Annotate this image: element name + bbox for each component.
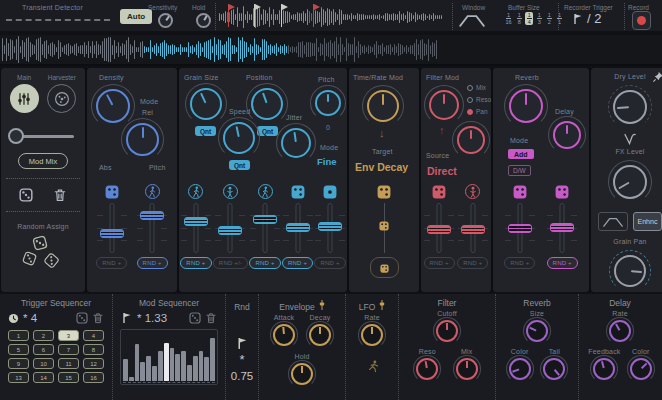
trigger-step[interactable]: 3 (58, 330, 79, 341)
mini-fader-icon[interactable] (379, 299, 385, 311)
rnd-value[interactable]: 0.75 (231, 370, 253, 382)
filter-mod-rnd-button-2[interactable]: RND + (457, 257, 488, 269)
grain-position-knob[interactable] (251, 88, 283, 120)
buffer-option[interactable]: 12 (545, 12, 553, 25)
grain-size-knob[interactable] (190, 88, 222, 120)
grain-rnd-button-5[interactable]: RND + (314, 257, 345, 269)
trigger-step[interactable]: 8 (83, 344, 104, 355)
grain-mod-slider-1[interactable] (181, 203, 211, 253)
reverb-mode-dw-button[interactable]: D/W (508, 165, 531, 176)
randomize-dice-icon[interactable] (19, 188, 33, 202)
feedback-knob[interactable] (593, 358, 615, 380)
trigger-step[interactable]: 13 (8, 372, 29, 383)
mod-mix-button[interactable]: Mod Mix (18, 153, 68, 169)
density-mode-knob[interactable] (126, 123, 159, 156)
mod-seq-bar[interactable] (164, 343, 169, 381)
reverb-delay-knob[interactable] (553, 121, 581, 149)
reverb-mod-knob[interactable] (509, 89, 543, 123)
grain-mod-slider-5[interactable] (315, 203, 345, 253)
transient-marker-flag[interactable] (228, 4, 229, 27)
reverb-rnd-button-1[interactable]: RND + (504, 257, 535, 269)
filter-mod-slider-2[interactable] (458, 203, 488, 253)
enhance-button[interactable]: Enhnc (633, 212, 662, 231)
grain-rnd-button-4[interactable]: RND + (282, 257, 313, 269)
buffer-waveform[interactable] (0, 35, 662, 66)
random-assign-dice-icon[interactable] (23, 236, 63, 270)
trigger-step[interactable]: 14 (33, 372, 54, 383)
walk-icon[interactable] (145, 184, 160, 199)
reverb-mode-add-button[interactable]: Add (508, 149, 534, 159)
mod-seq-bar[interactable] (129, 377, 134, 381)
mini-fader-icon[interactable] (319, 299, 325, 311)
reverb-rnd-button-2[interactable]: RND + (547, 257, 578, 269)
tail-knob[interactable] (543, 358, 565, 380)
mod-seq-bar[interactable] (193, 356, 198, 381)
grain-position-qnt-button[interactable]: Qnt (257, 126, 278, 136)
trigger-flag-icon[interactable] (572, 13, 584, 25)
flag-icon[interactable] (121, 312, 133, 324)
tab-main[interactable]: Main (10, 74, 39, 113)
trigger-step[interactable]: 7 (58, 344, 79, 355)
flag-icon[interactable] (236, 337, 249, 350)
dice-icon[interactable] (104, 184, 119, 199)
trigger-step[interactable]: 10 (33, 358, 54, 369)
mod-seq-bar[interactable] (158, 351, 163, 381)
filter-mod-rnd-button-1[interactable]: RND + (424, 257, 455, 269)
mod-seq-bar[interactable] (146, 356, 151, 381)
trigger-step[interactable]: 6 (33, 344, 54, 355)
record-button[interactable] (632, 11, 651, 30)
grain-rnd-button-2[interactable]: RND +/- (213, 257, 248, 269)
density-rnd-button-1[interactable]: RND + (96, 257, 127, 269)
reverb-mod-slider-2[interactable] (547, 203, 577, 253)
time-rate-mod-knob[interactable] (367, 90, 399, 122)
lfo-rate-knob[interactable] (361, 324, 383, 346)
cutoff-knob[interactable] (436, 320, 458, 342)
delay-color-knob[interactable] (630, 358, 652, 380)
size-knob[interactable] (526, 320, 548, 342)
trigger-step[interactable]: 4 (83, 330, 104, 341)
delay-rate-knob[interactable] (609, 320, 631, 342)
transient-marker-flag[interactable] (313, 4, 314, 27)
window-shape-icon[interactable] (458, 14, 486, 27)
transient-waveform[interactable] (219, 4, 449, 30)
reverb-color-knob[interactable] (509, 358, 531, 380)
pin-icon[interactable] (652, 71, 662, 83)
person-icon[interactable] (465, 184, 480, 199)
auto-button[interactable]: Auto (120, 9, 152, 24)
mod-seq-bar[interactable] (170, 348, 175, 381)
density-rnd-button-2[interactable]: RND + (137, 257, 168, 269)
dice-icon[interactable] (432, 184, 447, 199)
slider-handle[interactable] (318, 222, 342, 231)
grain-rnd-button-3[interactable]: RND + (249, 257, 280, 269)
dice-icon[interactable] (290, 184, 305, 199)
transient-marker-flag[interactable] (281, 4, 282, 27)
mod-seq-bar[interactable] (204, 357, 209, 381)
filter-mod-source-value[interactable]: Direct (427, 165, 457, 177)
slider-handle[interactable] (8, 128, 24, 144)
run-icon[interactable] (366, 360, 379, 373)
time-mod-dice-button[interactable] (370, 257, 399, 278)
filter-mod-radio-pan[interactable]: Pan (467, 108, 488, 115)
trigger-step[interactable]: 2 (33, 330, 54, 341)
slider-handle[interactable] (508, 224, 532, 233)
slider-handle[interactable] (100, 229, 124, 238)
mod-seq-bar[interactable] (123, 359, 128, 381)
filter-mod-amount-knob[interactable] (457, 126, 485, 154)
hold-knob[interactable] (196, 13, 211, 28)
trigger-step[interactable]: 1 (8, 330, 29, 341)
grain-pitch-knob[interactable] (315, 90, 341, 116)
sensitivity-knob[interactable] (158, 13, 173, 28)
trigger-step[interactable]: 5 (8, 344, 29, 355)
fx-level-knob[interactable] (613, 165, 647, 199)
grain-mod-slider-3[interactable] (250, 203, 280, 253)
mod-seq-bar[interactable] (181, 351, 186, 381)
density-mod-slider-1[interactable] (97, 203, 127, 253)
reso-knob[interactable] (416, 358, 438, 380)
slider-handle[interactable] (286, 223, 310, 232)
trigger-step[interactable]: 9 (8, 358, 29, 369)
filter-mod-radio-reso[interactable]: Reso (467, 96, 491, 103)
density-mod-slider-2[interactable] (137, 203, 167, 253)
mix-knob[interactable] (456, 358, 478, 380)
slider-handle[interactable] (253, 215, 277, 224)
dice-icon[interactable] (512, 184, 527, 199)
